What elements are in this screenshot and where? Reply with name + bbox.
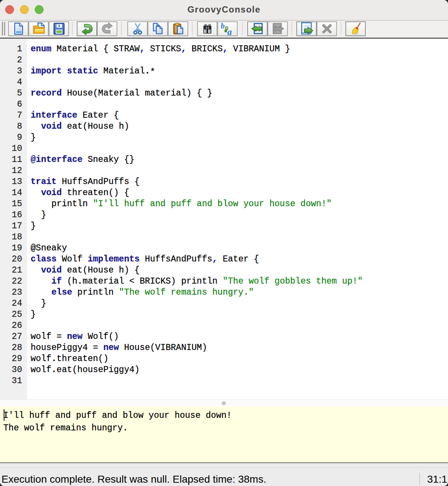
- svg-text:b: b: [221, 22, 225, 30]
